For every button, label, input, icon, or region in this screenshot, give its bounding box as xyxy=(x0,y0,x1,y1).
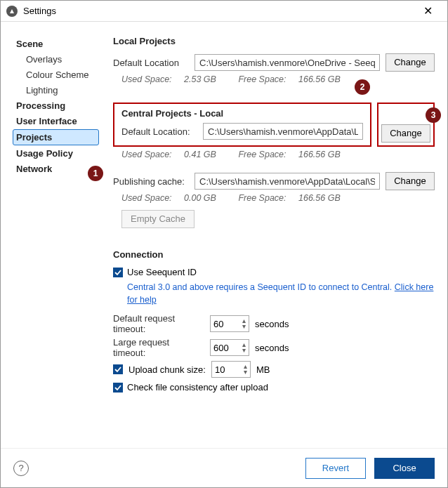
use-seequent-id-checkbox[interactable]: Use Seequent ID xyxy=(113,267,435,277)
local-change-button[interactable]: Change xyxy=(386,53,435,72)
central-change-button[interactable]: Change xyxy=(381,124,430,143)
publishing-cache-section: Publishing cache: Change Used Space: 0.0… xyxy=(113,172,435,228)
central-location-input[interactable] xyxy=(203,123,363,140)
help-icon[interactable]: ? xyxy=(13,461,29,476)
central-change-callout: Change xyxy=(377,103,435,147)
sidebar: Scene Overlays Colour Scheme Lighting Pr… xyxy=(1,36,99,448)
seconds-label-2: seconds xyxy=(255,343,289,353)
central-usage: Used Space: 0.41 GB Free Space: 166.56 G… xyxy=(113,150,435,159)
callout-3: 3 xyxy=(426,107,441,123)
settings-content: Local Projects Default Location Change U… xyxy=(99,36,447,448)
sidebar-item-usage-policy[interactable]: Usage Policy xyxy=(13,146,99,161)
sidebar-item-projects[interactable]: Projects xyxy=(13,129,99,145)
seconds-label: seconds xyxy=(255,319,289,329)
large-timeout-label: Large request timeout: xyxy=(113,337,204,358)
sidebar-item-lighting[interactable]: Lighting xyxy=(13,83,99,98)
connection-heading: Connection xyxy=(113,249,435,260)
checkbox-icon[interactable] xyxy=(113,364,123,374)
mb-label: MB xyxy=(256,364,270,375)
callout-1: 1 xyxy=(88,166,103,181)
empty-cache-button[interactable]: Empty Cache xyxy=(121,210,195,228)
large-timeout-spinner[interactable]: 600▴▾ xyxy=(210,339,249,356)
window-title: Settings xyxy=(23,6,414,16)
sidebar-item-scene[interactable]: Scene xyxy=(13,37,99,51)
local-usage: Used Space: 2.53 GB Free Space: 166.56 G… xyxy=(113,74,435,84)
spinner-icon: ▴▾ xyxy=(242,342,246,353)
central-projects-heading: Central Projects - Local xyxy=(121,108,363,119)
local-projects-heading: Local Projects xyxy=(113,36,435,46)
default-timeout-label: Default request timeout: xyxy=(113,313,204,334)
publishing-cache-change-button[interactable]: Change xyxy=(386,172,435,190)
upload-chunk-spinner[interactable]: 10▴▾ xyxy=(211,361,251,378)
revert-button[interactable]: Revert xyxy=(305,458,366,479)
seequent-info: Central 3.0 and above requires a Seequen… xyxy=(127,282,435,306)
local-location-input[interactable] xyxy=(195,54,380,71)
check-consistency-label: Check file consistency after upload xyxy=(127,382,268,393)
footer: ? Revert Close xyxy=(1,448,447,487)
spinner-icon: ▴▾ xyxy=(242,318,246,329)
publishing-cache-usage: Used Space: 0.00 GB Free Space: 166.56 G… xyxy=(113,193,435,203)
checkbox-icon xyxy=(113,268,123,277)
callout-2: 2 xyxy=(355,79,370,95)
spinner-icon: ▴▾ xyxy=(244,364,247,375)
central-callout-region: Central Projects - Local Default Locatio… xyxy=(113,103,371,147)
sidebar-item-overlays[interactable]: Overlays xyxy=(13,52,99,67)
sidebar-item-user-interface[interactable]: User Interface xyxy=(13,114,99,128)
upload-chunk-label: Upload chunk size: xyxy=(129,364,206,375)
close-icon[interactable]: ✕ xyxy=(414,6,442,17)
local-location-label: Default Location xyxy=(113,58,189,68)
sidebar-item-network[interactable]: Network xyxy=(13,161,99,176)
publishing-cache-input[interactable] xyxy=(195,173,380,190)
checkbox-icon xyxy=(113,383,123,393)
use-seequent-id-label: Use Seequent ID xyxy=(127,267,197,277)
app-icon xyxy=(6,6,18,17)
local-projects-section: Local Projects Default Location Change U… xyxy=(113,36,435,84)
settings-window: 1 2 3 Settings ✕ Scene Overlays Colour S… xyxy=(0,0,448,488)
close-button[interactable]: Close xyxy=(374,458,435,479)
connection-section: Connection Use Seequent ID Central 3.0 a… xyxy=(113,249,435,393)
check-consistency-checkbox[interactable]: Check file consistency after upload xyxy=(113,382,435,393)
central-location-label: Default Location: xyxy=(121,126,197,137)
publishing-cache-label: Publishing cache: xyxy=(113,176,189,187)
sidebar-item-processing[interactable]: Processing xyxy=(13,98,99,113)
default-timeout-spinner[interactable]: 60▴▾ xyxy=(210,315,249,332)
titlebar: Settings ✕ xyxy=(1,1,447,22)
sidebar-item-colour-scheme[interactable]: Colour Scheme xyxy=(13,67,99,82)
central-projects-section: Central Projects - Local Default Locatio… xyxy=(113,103,435,159)
